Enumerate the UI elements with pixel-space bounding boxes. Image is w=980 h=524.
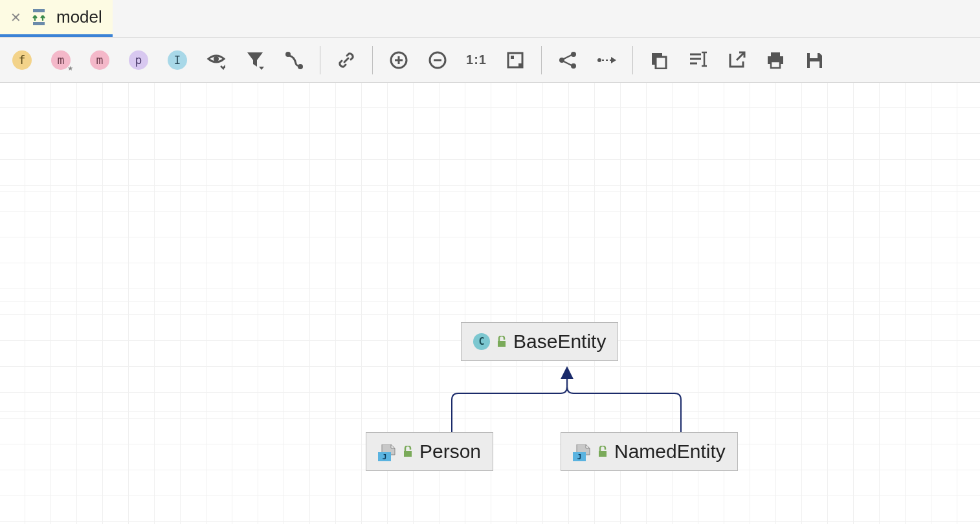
- svg-rect-21: [771, 61, 780, 68]
- svg-rect-10: [511, 56, 514, 59]
- link-icon: [337, 50, 356, 70]
- svg-rect-18: [656, 57, 666, 69]
- method-badge-icon: m: [90, 50, 109, 70]
- interface-badge-icon: I: [168, 50, 187, 70]
- class-icon: C: [473, 333, 490, 350]
- fit-content-button[interactable]: [496, 41, 535, 80]
- java-file-icon: J: [378, 444, 396, 459]
- diagram-canvas[interactable]: C BaseEntity J Person: [0, 83, 980, 524]
- node-label: Person: [419, 441, 481, 463]
- svg-point-15: [597, 58, 601, 62]
- svg-rect-22: [810, 53, 818, 58]
- filter-button[interactable]: [236, 41, 274, 80]
- export-icon: [728, 51, 746, 69]
- funnel-icon: [246, 50, 264, 70]
- svg-point-2: [214, 56, 219, 61]
- route-button[interactable]: [587, 41, 626, 80]
- layout-button[interactable]: [548, 41, 587, 80]
- zoom-ratio-icon: 1:1: [466, 52, 487, 67]
- zoom-out-button[interactable]: [418, 41, 457, 80]
- save-icon: [805, 51, 823, 69]
- save-button[interactable]: [795, 41, 834, 80]
- lock-icon: [597, 446, 608, 457]
- method-starred-button[interactable]: m ★: [41, 41, 80, 80]
- method-starred-badge-icon: m ★: [51, 50, 71, 70]
- svg-point-13: [571, 52, 576, 57]
- interface-button[interactable]: I: [158, 41, 197, 80]
- eye-icon: [206, 50, 226, 70]
- svg-rect-31: [599, 451, 607, 457]
- share-icon: [558, 50, 577, 70]
- node-named-entity[interactable]: J NamedEntity: [561, 432, 738, 471]
- copy-icon: [650, 51, 668, 69]
- svg-rect-11: [518, 63, 522, 67]
- export-button[interactable]: [717, 41, 756, 80]
- svg-rect-23: [810, 61, 819, 68]
- svg-rect-1: [33, 22, 45, 25]
- text-sort-button[interactable]: [678, 41, 717, 80]
- print-button[interactable]: [756, 41, 795, 80]
- svg-rect-0: [33, 9, 45, 12]
- svg-rect-28: [404, 451, 412, 457]
- node-label: NamedEntity: [614, 441, 726, 463]
- plus-circle-icon: [389, 50, 408, 70]
- property-badge-icon: p: [129, 50, 148, 70]
- copy-button[interactable]: [640, 41, 678, 80]
- text-cursor-icon: [688, 51, 707, 69]
- node-label: BaseEntity: [513, 331, 606, 353]
- svg-point-14: [571, 63, 576, 69]
- separator: [320, 46, 320, 74]
- svg-text:J: J: [577, 453, 582, 461]
- method-button[interactable]: m: [80, 41, 119, 80]
- close-icon[interactable]: ✕: [10, 10, 21, 25]
- fields-button[interactable]: f: [3, 41, 41, 80]
- lock-icon: [403, 446, 413, 457]
- svg-text:J: J: [383, 453, 387, 461]
- separator: [372, 46, 373, 74]
- svg-point-6: [298, 64, 303, 69]
- svg-rect-25: [498, 341, 506, 347]
- svg-marker-3: [222, 65, 225, 68]
- node-base-entity[interactable]: C BaseEntity: [461, 322, 618, 361]
- separator: [541, 46, 542, 74]
- fit-icon: [506, 51, 524, 69]
- edge-style-button[interactable]: [274, 41, 313, 80]
- tab-label: model: [56, 7, 102, 27]
- arrow-dot-icon: [597, 53, 616, 67]
- toolbar: f m ★ m p I: [0, 38, 980, 83]
- svg-marker-16: [611, 57, 616, 63]
- visibility-button[interactable]: [197, 41, 236, 80]
- minus-circle-icon: [428, 50, 447, 70]
- svg-rect-19: [771, 52, 780, 56]
- tab-bar: ✕ model: [0, 0, 980, 38]
- diagram-icon: [29, 9, 49, 26]
- java-file-icon: J: [573, 444, 591, 459]
- field-badge-icon: f: [12, 50, 32, 70]
- separator: [632, 46, 633, 74]
- lock-icon: [496, 336, 507, 347]
- zoom-in-button[interactable]: [379, 41, 418, 80]
- svg-marker-4: [259, 67, 264, 70]
- zoom-reset-button[interactable]: 1:1: [457, 41, 496, 80]
- print-icon: [766, 51, 785, 69]
- curve-icon: [284, 50, 304, 70]
- svg-marker-24: [561, 366, 574, 379]
- link-button[interactable]: [327, 41, 366, 80]
- tab-model[interactable]: ✕ model: [0, 0, 113, 37]
- property-button[interactable]: p: [119, 41, 158, 80]
- node-person[interactable]: J Person: [366, 432, 493, 471]
